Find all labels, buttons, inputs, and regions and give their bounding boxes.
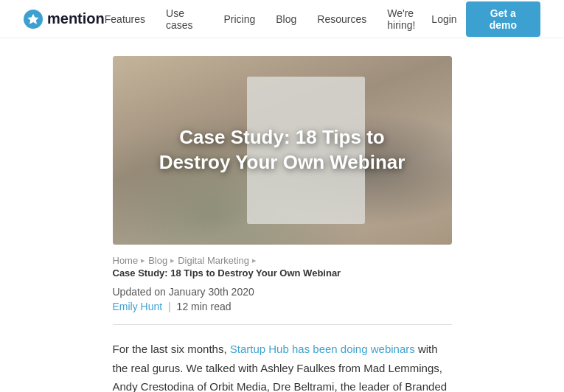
meta-sep: | [168,301,174,312]
brand-name: mention [47,10,105,27]
read-time: 12 min read [177,301,231,312]
content-divider [113,324,452,325]
nav-blog[interactable]: Blog [276,13,296,25]
nav-links: Features Use cases Pricing Blog Resource… [105,7,432,31]
nav-hiring[interactable]: We're hiring! [387,7,431,31]
meta-author: Emily Hunt | 12 min read [113,301,452,312]
nav-pricing[interactable]: Pricing [223,13,255,25]
star-svg [27,13,39,25]
author-link[interactable]: Emily Hunt [113,301,163,312]
brand-logo[interactable]: mention [24,10,105,29]
login-button[interactable]: Login [431,13,456,25]
article-intro-paragraph: For the last six months, Startup Hub has… [113,340,452,392]
article-content: Home ▸ Blog ▸ Digital Marketing ▸ Case S… [113,245,452,392]
nav-resources[interactable]: Resources [317,13,366,25]
article-body: For the last six months, Startup Hub has… [113,340,452,392]
breadcrumb-category[interactable]: Digital Marketing [178,255,249,266]
webinar-link[interactable]: Startup Hub has been doing webinars [230,343,415,355]
breadcrumb-home[interactable]: Home [113,255,139,266]
nav-features[interactable]: Features [105,13,145,25]
nav-use-cases[interactable]: Use cases [166,7,203,31]
svg-marker-0 [27,13,38,24]
hero-image: Case Study: 18 Tips to Destroy Your Own … [113,56,452,245]
nav-actions: Login Get a demo [431,1,540,37]
breadcrumb-current: Case Study: 18 Tips to Destroy Your Own … [113,267,341,279]
get-demo-button[interactable]: Get a demo [466,1,540,37]
breadcrumb-sep-2: ▸ [170,256,175,265]
hero-title: Case Study: 18 Tips to Destroy Your Own … [113,125,452,175]
breadcrumb-sep-1: ▸ [141,256,145,265]
meta-updated: Updated on January 30th 2020 [113,286,452,298]
main-nav: mention Features Use cases Pricing Blog … [0,0,564,38]
logo-star-icon [24,10,43,29]
breadcrumb-blog[interactable]: Blog [148,255,167,266]
breadcrumb: Home ▸ Blog ▸ Digital Marketing ▸ Case S… [113,255,452,279]
breadcrumb-sep-3: ▸ [252,256,257,265]
